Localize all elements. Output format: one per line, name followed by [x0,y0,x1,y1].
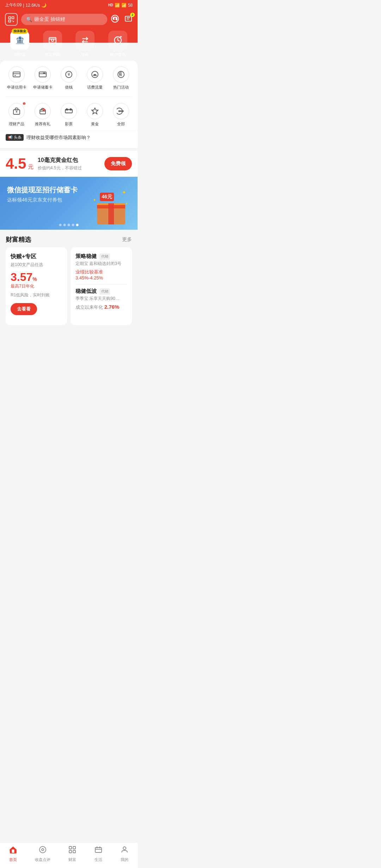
product-cards: 快赎+专区 超100支产品任选 3.57% 最高7日年化 R1低风险，实时到账 … [0,247,138,331]
gold-subtitle: 价值约4.5元，不容错过 [38,165,100,171]
product-left-rate: 3.57% [11,271,62,283]
news-text: 理财收益受哪些市场因素影响？ [26,134,91,141]
loan-icon: ¥ [61,66,77,83]
scan-button[interactable] [5,13,18,26]
wifi-icon: 📶 [121,3,127,8]
wealth-section-more[interactable]: 更多 [122,236,132,243]
wealth-section-title: 财富精选 [6,235,31,244]
search-icon: 🔍 [26,17,32,22]
income-icon [43,31,62,50]
savings-card-icon [35,66,51,83]
product-right-top-desc: 定期宝 嘉和稳选封闭3号 [75,261,127,267]
product-right-top[interactable]: 策略稳健 代销 定期宝 嘉和稳选封闭3号 业绩比较基准 3.45%-4.25% [75,253,127,281]
hd-signal-icon: HD [108,3,113,7]
product-left-desc: 超100支产品任选 [11,262,62,268]
status-right: HD 📶 📶 58 [108,3,133,8]
product-left-name: 快赎+专区 [11,253,62,260]
news-badge: 📢 头条 [6,134,24,141]
menu-row-2: ¥ 1 理财产品 推荐有礼 [0,98,138,130]
menu-savings-card[interactable]: 申请储蓄卡 [31,66,54,90]
all-icon [113,103,129,119]
message-button[interactable]: 2 [124,14,133,25]
wealth-products-label: 理财产品 [9,121,24,127]
product-card-right: 策略稳健 代销 定期宝 嘉和稳选封闭3号 业绩比较基准 3.45%-4.25% … [71,247,132,325]
income-label: 收支明细 [45,52,60,57]
menu-wealth-products[interactable]: ¥ 1 理财产品 [5,103,28,127]
banner-dots [59,224,79,226]
gold-price: 4.5 [6,155,26,172]
hot-activity-icon [113,66,129,83]
menu-gold[interactable]: 黄金 [84,103,106,127]
svg-text:✦: ✦ [125,202,128,206]
savings-card-label: 申请储蓄卡 [33,85,53,90]
news-ticker[interactable]: 📢 头条 理财收益受哪些市场因素影响？ [0,130,138,144]
menu-all[interactable]: 全部 [110,103,132,127]
quick-nav-income[interactable]: 收支明细 [43,31,62,57]
header-icons: 2 [111,14,133,25]
wealth-products-icon: ¥ 1 [8,103,25,119]
product-left-btn[interactable]: 去看看 [11,303,37,315]
status-left: 上午6:09 | 12.6K/s 🌙 [5,2,47,8]
search-bar[interactable]: 🔍 砸金蛋 抽锦鲤 [21,14,107,25]
product-right-top-rate: 业绩比较基准 3.45%-4.25% [75,269,127,281]
white-card: 申请信用卡 申请储蓄卡 ¥ 借钱 [0,61,138,148]
menu-phone-fee[interactable]: 话费流量 [84,66,106,90]
credit-card-icon [8,66,25,83]
gold-title: 10毫克黄金红包 [38,157,100,164]
all-label: 全部 [117,121,125,127]
status-separator: | [23,3,24,8]
wealth-section-header: 财富精选 更多 [0,230,138,247]
menu-hot-activity[interactable]: 热门活动 [110,66,132,90]
moon-icon: 🌙 [41,3,47,8]
menu-movie[interactable]: 影票 [58,103,80,127]
dot-5 [76,224,79,226]
menu-credit-card[interactable]: 申请信用卡 [5,66,28,90]
chaochaobao-label: 朝朝宝 [14,52,26,57]
svg-point-9 [113,18,114,19]
product-right-bottom-rate: 成立以来年化 2.76% [75,304,127,311]
dot-3 [68,224,70,226]
product-card-left[interactable]: 快赎+专区 超100支产品任选 3.57% 最高7日年化 R1低风险，实时到账 … [6,247,67,325]
svg-text:¥: ¥ [15,110,18,114]
svg-text:✦: ✦ [93,198,96,203]
svg-point-40 [121,111,122,112]
gold-price-unit: 元 [28,164,34,170]
svg-rect-46 [97,205,125,209]
svg-rect-14 [49,37,56,43]
credit-card-label: 申请信用卡 [7,85,26,90]
quick-nav-transfer[interactable]: 转账 [75,31,95,57]
status-time: 上午6:09 [5,2,22,8]
product-right-bottom[interactable]: 稳健低波 代销 季季宝 乐享天天购90… 成立以来年化 2.76% [75,288,127,311]
gold-claim-button[interactable]: 免费领 [104,157,132,170]
search-text: 砸金蛋 抽锦鲤 [34,16,65,23]
phone-fee-icon [87,66,103,83]
quick-nav-account[interactable]: 账户总览 [108,31,127,57]
menu-loan[interactable]: ¥ 借钱 [58,66,80,90]
customer-service-button[interactable] [111,14,119,25]
account-icon [108,31,127,50]
transfer-icon [75,31,95,50]
account-label: 账户总览 [110,52,126,57]
svg-text:46元: 46元 [102,194,112,199]
menu-referral[interactable]: 推荐有礼 [31,103,54,127]
movie-label: 影票 [65,121,73,127]
referral-label: 推荐有礼 [35,121,50,127]
gold-packet: 4.5 元 10毫克黄金红包 价值约4.5元，不容错过 免费领 [0,148,138,177]
promo-banner[interactable]: 微信提现至招行储蓄卡 达标领46元京东支付券包 46元 ✦ ✦ ✦ [0,177,138,230]
gold-info: 10毫克黄金红包 价值约4.5元，不容错过 [38,157,100,171]
gold-label: 黄金 [91,121,99,127]
quick-nav-chaochaobao[interactable]: 🏦 抽体验金 朝朝宝 [10,31,29,57]
product-right-top-name: 策略稳健 [75,253,97,259]
bottom-spacer [0,331,138,359]
quick-nav: 🏦 抽体验金 朝朝宝 收支明细 转账 [0,31,138,61]
header: 🔍 砸金蛋 抽锦鲤 2 [0,10,138,31]
banner-image: 46元 ✦ ✦ ✦ [88,184,134,226]
message-badge: 2 [130,13,135,17]
loan-label: 借钱 [65,85,73,90]
svg-text:✦: ✦ [122,189,126,195]
product-right-top-tag: 代销 [99,253,110,260]
menu-row-1: 申请信用卡 申请储蓄卡 ¥ 借钱 [0,66,138,95]
dot-2 [64,224,66,226]
product-right-bottom-name: 稳健低波 [75,288,97,294]
gold-icon [87,103,103,119]
